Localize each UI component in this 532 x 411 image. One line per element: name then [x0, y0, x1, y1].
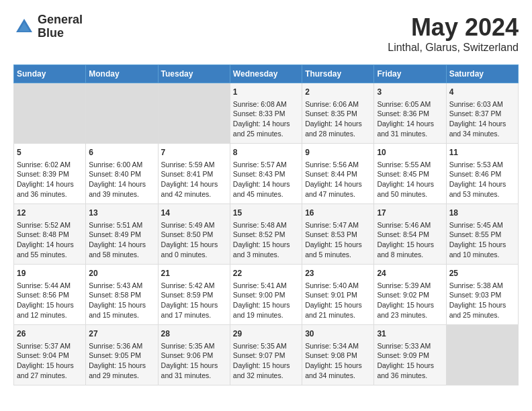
calendar-cell: 29Sunrise: 5:35 AMSunset: 9:07 PMDayligh…	[230, 325, 302, 385]
calendar-cell	[86, 83, 158, 144]
daylight-text: Daylight: 14 hours	[233, 119, 299, 129]
sunset-text: Sunset: 8:33 PM	[233, 109, 299, 119]
calendar-cell: 6Sunrise: 6:00 AMSunset: 8:40 PMDaylight…	[86, 144, 158, 204]
day-number: 4	[449, 87, 515, 98]
sunset-text: Sunset: 9:01 PM	[305, 290, 371, 300]
calendar-cell: 2Sunrise: 6:06 AMSunset: 8:35 PMDaylight…	[302, 83, 374, 144]
sunset-text: Sunset: 9:08 PM	[305, 351, 371, 361]
sunset-text: Sunset: 8:54 PM	[377, 230, 443, 240]
header-cell-tuesday: Tuesday	[158, 65, 230, 83]
daylight-text: Daylight: 15 hours	[161, 300, 227, 310]
day-number: 5	[17, 147, 83, 158]
calendar-cell: 24Sunrise: 5:39 AMSunset: 9:02 PMDayligh…	[374, 265, 446, 325]
calendar-cell	[158, 83, 230, 144]
daylight-text: Daylight: 14 hours	[305, 179, 371, 189]
daylight-text: Daylight: 15 hours	[233, 361, 299, 371]
daylight-text: and 25 minutes.	[233, 129, 299, 139]
daylight-text: and 3 minutes.	[233, 250, 299, 260]
calendar-cell: 10Sunrise: 5:55 AMSunset: 8:45 PMDayligh…	[374, 144, 446, 204]
calendar-header: SundayMondayTuesdayWednesdayThursdayFrid…	[14, 65, 519, 83]
daylight-text: Daylight: 14 hours	[17, 179, 83, 189]
day-number: 14	[161, 208, 227, 219]
logo: General Blue	[13, 13, 83, 40]
daylight-text: Daylight: 15 hours	[233, 240, 299, 250]
daylight-text: Daylight: 14 hours	[161, 179, 227, 189]
sunrise-text: Sunrise: 5:48 AM	[233, 220, 299, 230]
sunset-text: Sunset: 9:00 PM	[233, 290, 299, 300]
header-row: SundayMondayTuesdayWednesdayThursdayFrid…	[14, 65, 519, 83]
calendar-table: SundayMondayTuesdayWednesdayThursdayFrid…	[13, 64, 519, 385]
day-number: 12	[17, 208, 83, 219]
daylight-text: Daylight: 15 hours	[17, 361, 83, 371]
sunset-text: Sunset: 8:36 PM	[377, 109, 443, 119]
day-number: 21	[161, 268, 227, 279]
sunrise-text: Sunrise: 5:37 AM	[17, 341, 83, 351]
sunset-text: Sunset: 8:55 PM	[449, 230, 515, 240]
sunrise-text: Sunrise: 5:56 AM	[305, 160, 371, 170]
sunset-text: Sunset: 8:39 PM	[17, 169, 83, 179]
daylight-text: and 55 minutes.	[17, 250, 83, 260]
daylight-text: and 29 minutes.	[89, 371, 154, 381]
calendar-cell: 26Sunrise: 5:37 AMSunset: 9:04 PMDayligh…	[14, 325, 86, 385]
day-number: 28	[161, 328, 227, 340]
daylight-text: and 53 minutes.	[449, 189, 515, 199]
sunrise-text: Sunrise: 5:44 AM	[17, 281, 83, 291]
daylight-text: Daylight: 15 hours	[17, 300, 83, 310]
daylight-text: Daylight: 15 hours	[449, 300, 515, 310]
daylight-text: Daylight: 15 hours	[161, 240, 227, 250]
calendar-cell: 8Sunrise: 5:57 AMSunset: 8:43 PMDaylight…	[230, 144, 302, 204]
calendar-cell: 14Sunrise: 5:49 AMSunset: 8:50 PMDayligh…	[158, 204, 230, 265]
daylight-text: Daylight: 14 hours	[305, 119, 371, 129]
daylight-text: and 36 minutes.	[377, 371, 443, 381]
day-number: 29	[233, 328, 299, 340]
sunrise-text: Sunrise: 6:00 AM	[89, 160, 154, 170]
calendar-cell: 23Sunrise: 5:40 AMSunset: 9:01 PMDayligh…	[302, 265, 374, 325]
calendar-cell: 30Sunrise: 5:34 AMSunset: 9:08 PMDayligh…	[302, 325, 374, 385]
calendar-week-3: 19Sunrise: 5:44 AMSunset: 8:56 PMDayligh…	[14, 265, 519, 325]
daylight-text: Daylight: 14 hours	[377, 179, 443, 189]
daylight-text: and 23 minutes.	[377, 310, 443, 320]
sunset-text: Sunset: 8:44 PM	[305, 169, 371, 179]
daylight-text: and 47 minutes.	[305, 189, 371, 199]
calendar-cell: 16Sunrise: 5:47 AMSunset: 8:53 PMDayligh…	[302, 204, 374, 265]
daylight-text: and 0 minutes.	[161, 250, 227, 260]
daylight-text: and 21 minutes.	[305, 310, 371, 320]
daylight-text: Daylight: 15 hours	[305, 361, 371, 371]
sunset-text: Sunset: 9:03 PM	[449, 290, 515, 300]
sunrise-text: Sunrise: 5:53 AM	[449, 160, 515, 170]
sunrise-text: Sunrise: 5:34 AM	[305, 341, 371, 351]
sunrise-text: Sunrise: 5:40 AM	[305, 281, 371, 291]
day-number: 27	[89, 328, 154, 340]
daylight-text: Daylight: 14 hours	[17, 240, 83, 250]
calendar-week-0: 1Sunrise: 6:08 AMSunset: 8:33 PMDaylight…	[14, 83, 519, 144]
sunrise-text: Sunrise: 6:06 AM	[305, 99, 371, 109]
daylight-text: Daylight: 15 hours	[377, 300, 443, 310]
calendar-cell: 31Sunrise: 5:33 AMSunset: 9:09 PMDayligh…	[374, 325, 446, 385]
daylight-text: Daylight: 15 hours	[377, 361, 443, 371]
daylight-text: Daylight: 15 hours	[233, 300, 299, 310]
daylight-text: and 36 minutes.	[17, 189, 83, 199]
sunset-text: Sunset: 8:37 PM	[449, 109, 515, 119]
logo-text: General Blue	[38, 13, 83, 40]
calendar-cell: 3Sunrise: 6:05 AMSunset: 8:36 PMDaylight…	[374, 83, 446, 144]
calendar-cell: 18Sunrise: 5:45 AMSunset: 8:55 PMDayligh…	[446, 204, 518, 265]
day-number: 25	[449, 268, 515, 279]
subtitle: Linthal, Glarus, Switzerland	[388, 42, 519, 54]
calendar-week-1: 5Sunrise: 6:02 AMSunset: 8:39 PMDaylight…	[14, 144, 519, 204]
sunset-text: Sunset: 8:41 PM	[161, 169, 227, 179]
sunset-text: Sunset: 9:06 PM	[161, 351, 227, 361]
calendar-cell	[446, 325, 518, 385]
sunrise-text: Sunrise: 5:41 AM	[233, 281, 299, 291]
sunset-text: Sunset: 8:43 PM	[233, 169, 299, 179]
sunrise-text: Sunrise: 5:46 AM	[377, 220, 443, 230]
calendar-cell: 22Sunrise: 5:41 AMSunset: 9:00 PMDayligh…	[230, 265, 302, 325]
sunrise-text: Sunrise: 5:43 AM	[89, 281, 154, 291]
sunset-text: Sunset: 9:07 PM	[233, 351, 299, 361]
sunset-text: Sunset: 9:09 PM	[377, 351, 443, 361]
sunset-text: Sunset: 9:04 PM	[17, 351, 83, 361]
calendar-cell: 12Sunrise: 5:52 AMSunset: 8:48 PMDayligh…	[14, 204, 86, 265]
day-number: 30	[305, 328, 371, 340]
daylight-text: and 5 minutes.	[305, 250, 371, 260]
daylight-text: Daylight: 15 hours	[161, 361, 227, 371]
daylight-text: and 58 minutes.	[89, 250, 154, 260]
